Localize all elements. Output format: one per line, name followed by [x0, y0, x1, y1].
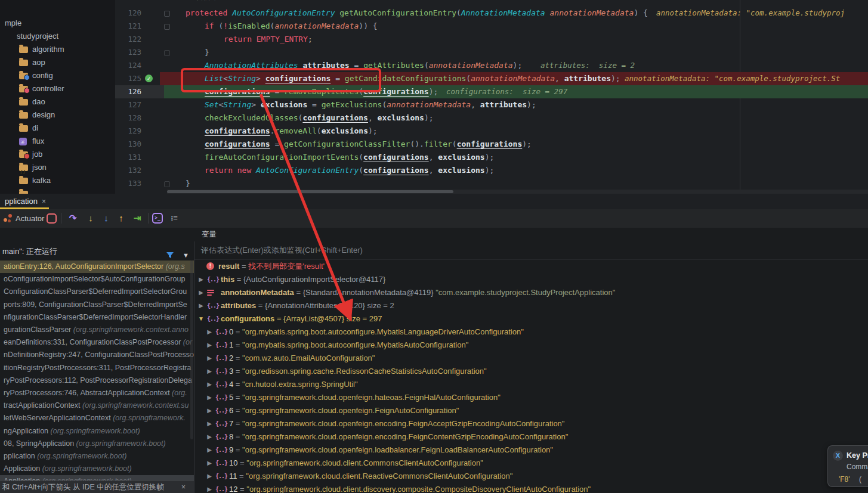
fold-marker-icon[interactable] [164, 181, 170, 187]
code-line-122[interactable]: 122return EMPTY_ENTRY; [115, 33, 868, 46]
stack-frame-row[interactable]: eanDefinitions:331, ConfigurationClassPo… [0, 336, 194, 349]
chevron-right-icon[interactable]: ▶ [206, 483, 212, 493]
list-item-6[interactable]: ▶{..}6 = "org.springframework.cloud.open… [194, 404, 868, 417]
code-line-133[interactable]: 133} [115, 177, 868, 190]
stack-frame-row[interactable]: tractApplicationContext (org.springframe… [0, 399, 194, 412]
chevron-right-icon[interactable]: ▶ [206, 352, 212, 365]
sidebar-item-mple[interactable]: mple [0, 17, 115, 30]
sidebar-item-config[interactable]: config [0, 69, 115, 82]
sidebar-item-flux[interactable]: flux [0, 135, 115, 148]
stack-frame-row[interactable]: nDefinitionRegistry:247, ConfigurationCl… [0, 349, 194, 361]
variable-row-annotationMetadata[interactable]: ▶annotationMetadata = {StandardAnnotatio… [194, 286, 868, 299]
stack-frame-row[interactable]: itionRegistryPostProcessors:311, PostPro… [0, 362, 194, 374]
code-line-121[interactable]: 121if (!isEnabled(annotationMetadata)) { [115, 20, 868, 33]
step-over-icon[interactable]: ↷ [66, 211, 80, 225]
sidebar-item-kafka[interactable]: kafka [0, 174, 115, 187]
stack-frame-row[interactable]: Application (org.springframework.boot) [0, 463, 194, 475]
list-item-4[interactable]: ▶{..}4 = "cn.hutool.extra.spring.SpringU… [194, 378, 868, 391]
sidebar-item-dao[interactable]: dao [0, 95, 115, 108]
list-item-0[interactable]: ▶{..}0 = "org.mybatis.spring.boot.autoco… [194, 325, 868, 339]
step-out-icon[interactable]: ↑ [114, 211, 128, 225]
stack-frame-row[interactable]: ationEntry:126, AutoConfigurationImportS… [0, 261, 194, 273]
sidebar-item-studyproject[interactable]: studyproject [0, 30, 115, 43]
list-item-5[interactable]: ▶{..}5 = "org.springframework.cloud.open… [194, 391, 868, 404]
filter-icon[interactable] [166, 250, 174, 259]
evaluate-expression-icon[interactable]: >_ [152, 213, 163, 224]
evaluate-expression-field[interactable]: 评估表达式(Enter)或添加监视(Ctrl+Shift+Enter) [194, 241, 868, 260]
list-item-3[interactable]: ▶{..}3 = "org.redisson.spring.cache.Redi… [194, 365, 868, 378]
sidebar-item-json[interactable]: { }json [0, 161, 115, 174]
variable-row-configurations[interactable]: ▼{..}configurations = {ArrayList@4507} s… [194, 312, 868, 325]
stack-frame-row[interactable]: 08, SpringApplication (org.springframewo… [0, 438, 194, 450]
code-line-131[interactable]: 131fireAutoConfigurationImportEvents(con… [115, 151, 868, 164]
stack-frame-row[interactable]: gurationClassParser (org.springframework… [0, 324, 194, 336]
show-execution-point-icon[interactable] [47, 213, 57, 224]
list-item-1[interactable]: ▶{..}1 = "org.mybatis.spring.boot.autoco… [194, 339, 868, 352]
thread-selector[interactable]: main": 正在运行 ▼ [0, 245, 194, 258]
chevron-down-icon[interactable]: ▼ [183, 249, 189, 262]
list-item-9[interactable]: ▶{..}9 = "org.springframework.cloud.open… [194, 444, 868, 457]
run-to-cursor-icon[interactable]: ⇥ [130, 211, 144, 225]
editor-horizontal-scrollbar[interactable] [167, 190, 868, 194]
chevron-right-icon[interactable]: ▶ [206, 444, 212, 457]
chevron-right-icon[interactable]: ▶ [206, 339, 212, 352]
chevron-right-icon[interactable]: ▶ [198, 286, 204, 299]
chevron-right-icon[interactable]: ▶ [206, 404, 212, 417]
chevron-right-icon[interactable]: ▶ [206, 417, 212, 430]
stack-frame-row[interactable]: ngApplication (org.springframework.boot) [0, 425, 194, 438]
tab-close-icon[interactable]: × [42, 197, 46, 206]
stack-frame-row[interactable]: ports:809, ConfigurationClassParser$Defe… [0, 299, 194, 311]
code-line-129[interactable]: 129configurations.removeAll(exclusions); [115, 125, 868, 138]
stack-frame-row[interactable]: oConfigurationImportSelector$AutoConfigu… [0, 273, 194, 286]
view-options-icon[interactable]: ⁝≡ [167, 211, 181, 225]
scrollbar-thumb[interactable] [167, 190, 453, 193]
chevron-right-icon[interactable]: ▶ [206, 391, 212, 404]
key-promoter-popup[interactable]: X Key Pr Comma 'F8' ( [827, 445, 868, 487]
chevron-right-icon[interactable]: ▶ [206, 470, 212, 483]
stack-frame-row[interactable]: pplication (org.springframework.boot) [0, 450, 194, 463]
fold-marker-icon[interactable] [164, 50, 170, 56]
sidebar-item-design[interactable]: design [0, 108, 115, 122]
code-line-128[interactable]: 128checkExcludedClasses(configurations, … [115, 111, 868, 125]
code-editor[interactable]: 2 个用法 120protected AutoConfigurationEntr… [115, 0, 868, 194]
stack-frame-row[interactable]: ConfigurationClassParser$DeferredImportS… [0, 286, 194, 298]
chevron-right-icon[interactable]: ▶ [198, 299, 204, 312]
step-into-icon[interactable]: ↓ [84, 211, 98, 225]
sidebar-item-partial[interactable] [0, 187, 115, 194]
list-item-8[interactable]: ▶{..}8 = "org.springframework.cloud.open… [194, 430, 868, 444]
breakpoint-verified-icon[interactable]: ✓ [145, 75, 153, 82]
tab-application[interactable]: pplication× [0, 194, 51, 209]
chevron-right-icon[interactable]: ▶ [206, 457, 212, 470]
tab-actuator[interactable]: Actuator [16, 209, 44, 228]
list-item-12[interactable]: ▶{..}12 = "org.springframework.cloud.cli… [194, 483, 868, 493]
list-item-11[interactable]: ▶{..}11 = "org.springframework.cloud.cli… [194, 470, 868, 483]
variable-row-attributes[interactable]: ▶{..}attributes = {AnnotationAttributes@… [194, 299, 868, 312]
fold-marker-icon[interactable] [164, 24, 170, 30]
sidebar-item-controller[interactable]: controller [0, 82, 115, 95]
stack-frame-row[interactable]: ryPostProcessors:112, PostProcessorRegis… [0, 374, 194, 387]
chevron-down-icon[interactable]: ▼ [198, 312, 204, 325]
variable-row-this[interactable]: ▶{..}this = {AutoConfigurationImportSele… [194, 273, 868, 286]
list-item-7[interactable]: ▶{..}7 = "org.springframework.cloud.open… [194, 417, 868, 430]
chevron-right-icon[interactable]: ▶ [206, 378, 212, 391]
chevron-right-icon[interactable]: ▶ [206, 430, 212, 444]
status-close-icon[interactable]: × [181, 481, 186, 493]
code-line-130[interactable]: 130configurations = getConfigurationClas… [115, 138, 868, 151]
usages-inlay-hint[interactable]: 2 个用法 [186, 0, 215, 2]
sidebar-item-job[interactable]: job [0, 148, 115, 161]
stack-frame-row[interactable]: ryPostProcessors:746, AbstractApplicatio… [0, 387, 194, 399]
code-line-123[interactable]: 123} [115, 46, 868, 59]
chevron-right-icon[interactable]: ▶ [198, 273, 204, 286]
force-step-into-icon[interactable]: ↓ [99, 211, 113, 225]
variable-row-result[interactable]: !result = 找不到局部变量'result' [194, 260, 868, 273]
code-line-127[interactable]: 127Set<String> exclusions = getExclusion… [115, 98, 868, 111]
list-item-10[interactable]: ▶{..}10 = "org.springframework.cloud.cli… [194, 457, 868, 470]
chevron-right-icon[interactable]: ▶ [206, 365, 212, 378]
sidebar-item-algorithm[interactable]: algorithm [0, 43, 115, 56]
sidebar-item-aop[interactable]: aop [0, 56, 115, 69]
stack-frame-row[interactable]: nfigurationClassParser$DeferredImportSel… [0, 311, 194, 324]
sidebar-item-di[interactable]: di [0, 122, 115, 135]
list-item-2[interactable]: ▶{..}2 = "com.wz.auto.EmailAutoConfigura… [194, 352, 868, 365]
frames-scrollbar[interactable] [190, 261, 193, 439]
fold-marker-icon[interactable] [164, 11, 170, 17]
